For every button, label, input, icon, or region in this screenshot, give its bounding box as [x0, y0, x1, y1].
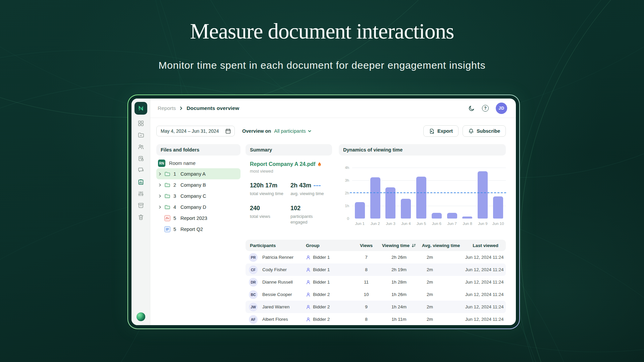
- viewing-time-chart-panel: Dynamics of viewing time 4h3h2h1h0 Jun 1…: [339, 144, 506, 230]
- participant-avatar: BC: [249, 290, 258, 299]
- folder-icon: [164, 171, 170, 177]
- topbar: Reports Documents overview ? JD: [150, 99, 516, 118]
- stat-total-viewing-time: 120h 17m total viewing time: [250, 182, 288, 197]
- group-person-icon: [306, 292, 311, 297]
- group-person-icon: [306, 255, 311, 260]
- participants-filter-dropdown[interactable]: All participants: [274, 128, 311, 134]
- chart-x-label: Jun 2: [368, 222, 383, 226]
- participant-avatar: CF: [249, 265, 258, 274]
- table-row[interactable]: DRDianne Russell Bidder 1 11 1h 28m 2m J…: [246, 276, 506, 288]
- group-person-icon: [306, 305, 311, 309]
- breadcrumb-current: Documents overview: [186, 105, 239, 111]
- table-row[interactable]: CFCody Fisher Bidder 1 8 2h 19m 2m Jun 1…: [246, 263, 506, 276]
- chart-x-label: Jun 10: [490, 222, 506, 226]
- stat-avg-viewing-time: 2h 43m avg. viewing time: [290, 182, 332, 197]
- chevron-down-icon: [308, 129, 312, 133]
- room-badge: RN: [158, 160, 165, 167]
- users-icon[interactable]: [138, 143, 144, 150]
- group-person-icon: [306, 280, 311, 285]
- account-sphere-logo[interactable]: [137, 312, 145, 321]
- document-lock-icon[interactable]: [138, 155, 144, 162]
- chevron-right-icon[interactable]: [158, 183, 162, 187]
- folder-row-company-d[interactable]: 4 Company D: [156, 201, 240, 213]
- participant-name: Bessie Cooper: [262, 292, 292, 297]
- column-header-participants[interactable]: Participants: [246, 243, 306, 248]
- chart-x-label: Jun 7: [444, 222, 460, 226]
- help-icon[interactable]: ?: [482, 105, 489, 112]
- breadcrumb-parent[interactable]: Reports: [158, 105, 176, 111]
- folder-icon: [164, 182, 170, 188]
- column-header-viewing-time[interactable]: Viewing time: [378, 243, 420, 248]
- column-header-last-viewed[interactable]: Last viewed: [462, 243, 506, 248]
- chevron-right-icon[interactable]: [158, 205, 162, 209]
- participant-name: Cody Fisher: [262, 267, 287, 272]
- folder-row-company-a[interactable]: 1 Company A: [156, 168, 240, 179]
- group-person-icon: [306, 267, 311, 272]
- chart-x-label: Jun 4: [398, 222, 414, 226]
- room-row[interactable]: RN Room name: [156, 158, 240, 168]
- doc-file-icon: [164, 226, 170, 232]
- hero-title: Measure document interactions: [0, 19, 644, 44]
- chart-x-label: Jun 6: [429, 222, 444, 226]
- table-row[interactable]: AFAlbert Flores Bidder 2 8 1h 11m 2m Jun…: [246, 313, 506, 325]
- most-viewed-document-link[interactable]: Report Company A 24.pdf: [250, 161, 322, 167]
- chevron-right-icon[interactable]: [158, 172, 162, 176]
- trash-icon[interactable]: [138, 214, 144, 221]
- export-button[interactable]: Export: [423, 125, 459, 137]
- table-header-row: Participants Group Views Viewing time Av…: [246, 240, 506, 251]
- chart-average-dashed-line: [350, 192, 506, 193]
- chart-x-label: Jun 9: [475, 222, 490, 226]
- user-avatar[interactable]: JD: [496, 103, 507, 114]
- table-row[interactable]: BCBessie Cooper Bidder 2 10 1h 26m 2m Ju…: [246, 288, 506, 301]
- app-window: Reports Documents overview ? JD May 4, 2…: [131, 99, 516, 325]
- sort-descending-icon: [412, 243, 416, 248]
- subscribe-button[interactable]: Subscribe: [463, 125, 506, 137]
- pdf-file-icon: [164, 215, 170, 221]
- reports-icon-active[interactable]: [138, 179, 144, 185]
- chart-x-label: Jun 8: [460, 222, 475, 226]
- column-header-avg-viewing-time[interactable]: Avg. viewing time: [420, 243, 462, 248]
- date-range-value: May 4, 2024 – Jun 31, 2024: [161, 128, 219, 134]
- files-panel: Files and folders RN Room name 1 Company…: [156, 144, 240, 235]
- dark-mode-moon-icon[interactable]: [468, 105, 475, 112]
- folder-row-company-c[interactable]: 3 Company C: [156, 190, 240, 201]
- participant-avatar: JW: [249, 303, 258, 311]
- column-header-group[interactable]: Group: [306, 243, 355, 248]
- table-row[interactable]: JWJared Warren Bidder 2 9 1h 24m 2m Jun …: [246, 301, 506, 313]
- file-row-report-q2[interactable]: 5 Report Q2: [156, 224, 240, 235]
- chart-x-label: Jun 3: [383, 222, 398, 226]
- participant-avatar: PR: [249, 253, 258, 262]
- documents-icon[interactable]: [138, 132, 144, 138]
- summary-panel-title: Summary: [246, 144, 332, 156]
- participant-name: Albert Flores: [262, 317, 288, 322]
- hero-subtitle: Monitor time spent in each document for …: [0, 60, 644, 71]
- files-panel-title: Files and folders: [156, 144, 240, 156]
- stat-participants-engaged: 102 participants engaged: [290, 205, 332, 225]
- stat-total-views: 240 total views: [250, 205, 288, 225]
- participant-avatar: DR: [249, 278, 258, 287]
- flame-icon: [317, 162, 322, 167]
- bell-icon: [468, 128, 474, 134]
- column-header-views[interactable]: Views: [355, 243, 378, 248]
- table-body: PRPatricia Renner Bidder 1 7 2h 26m 2m J…: [246, 251, 506, 325]
- app-window-frame: Reports Documents overview ? JD May 4, 2…: [127, 95, 520, 329]
- table-row[interactable]: PRPatricia Renner Bidder 1 7 2h 26m 2m J…: [246, 251, 506, 263]
- chart-title: Dynamics of viewing time: [339, 144, 506, 156]
- file-row-report-2023[interactable]: 5 Report 2023: [156, 213, 240, 224]
- icon-sidebar: [131, 99, 150, 325]
- chart-plot: [352, 168, 506, 219]
- logo-mark-icon: [137, 105, 145, 112]
- room-name: Room name: [169, 161, 196, 166]
- dashboard-icon[interactable]: [138, 120, 144, 127]
- archive-icon[interactable]: [138, 202, 144, 209]
- settings-sliders-icon[interactable]: [138, 190, 144, 197]
- qa-chat-icon[interactable]: [138, 167, 144, 174]
- folder-row-company-b[interactable]: 2 Company B: [156, 179, 240, 190]
- chevron-right-icon[interactable]: [158, 194, 162, 198]
- breadcrumb-chevron-icon: [179, 106, 183, 111]
- app-logo: [135, 102, 147, 115]
- participant-avatar: AF: [249, 315, 258, 324]
- date-range-input[interactable]: May 4, 2024 – Jun 31, 2024: [156, 126, 235, 136]
- most-viewed-label: most viewed: [250, 169, 332, 174]
- chart-x-axis: Jun 1Jun 2Jun 3Jun 4Jun 5Jun 6Jun 7Jun 8…: [352, 222, 506, 226]
